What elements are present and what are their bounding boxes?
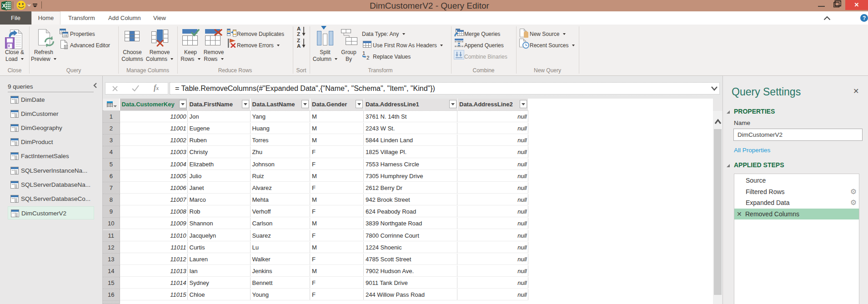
svg-text:A: A (297, 26, 301, 31)
svg-text:Z: Z (297, 38, 300, 43)
svg-text:2: 2 (366, 55, 369, 60)
svg-text:Z: Z (297, 31, 300, 36)
svg-text:?: ? (863, 15, 866, 21)
svg-text:A: A (297, 43, 301, 48)
